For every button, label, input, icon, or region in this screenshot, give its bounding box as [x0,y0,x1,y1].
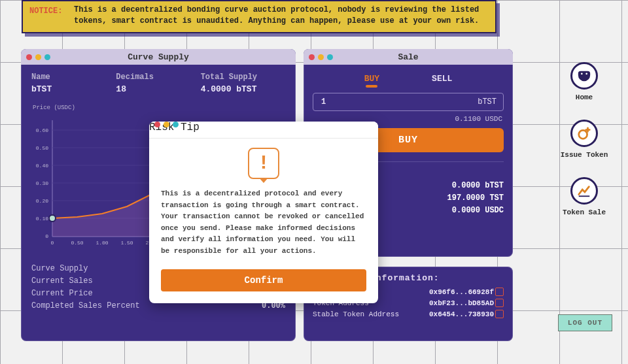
svg-text:1.00: 1.00 [96,240,108,246]
svg-text:0.20: 0.20 [36,198,48,204]
sidebar-item-label: Issue Token [561,151,608,159]
panel-head: Sale [304,49,513,65]
current-price-label: Current Price [31,289,93,298]
sidebar-item-token-sale[interactable]: Token Sale [563,177,606,216]
modal-body: This is a decentralized protocol and eve… [149,179,378,267]
window-controls [309,54,333,60]
notice-text: This is a decentralized bonding curve au… [74,5,489,27]
sidebar: Home Issue Token Token Sale [559,62,610,216]
svg-point-26 [579,130,587,139]
decimals-label: Decimals [116,73,200,82]
token-sale-icon [570,177,598,205]
svg-text:0.30: 0.30 [36,180,48,186]
logout-button[interactable]: LOG OUT [558,314,612,331]
sidebar-item-home[interactable]: Home [570,62,598,101]
svg-point-25 [49,215,56,222]
notice-banner: NOTICE: This is a decentralized bonding … [22,0,497,33]
stable-address-label: Stable Token Address [313,310,399,318]
svg-text:0.40: 0.40 [36,163,48,169]
chart-title: Price (USDC) [33,105,287,111]
home-icon [570,62,598,90]
sidebar-item-label: Token Sale [563,208,606,216]
confirm-button[interactable]: Confirm [161,269,366,291]
amount-input[interactable] [320,97,478,107]
svg-text:0.50: 0.50 [36,145,48,151]
panel-title: Curve Supply [26,52,290,62]
svg-text:0.50: 0.50 [71,240,83,246]
current-sales-label: Current Sales [31,276,93,286]
completed-percent-label: Completed Sales Percent [31,301,140,310]
svg-text:1.50: 1.50 [120,240,133,246]
copy-icon[interactable] [497,289,504,296]
stable-address-value: 0x6454...738930 [429,310,494,318]
amount-suffix: bTST [478,97,497,107]
name-label: Name [31,73,116,82]
risk-tip-modal: Risk Tip ! This is a decentralized proto… [149,122,378,303]
name-value: bTST [31,84,116,94]
svg-text:0: 0 [45,233,48,239]
sale-address-value: 0x96f6...66928f [429,288,494,296]
svg-text:0.10: 0.10 [36,216,48,222]
svg-text:0: 0 [51,240,54,246]
tab-buy[interactable]: BUY [364,74,379,88]
hold-value: 0.0000 USDC [452,206,504,215]
decimals-value: 18 [116,84,200,94]
window-controls [154,122,179,127]
total-value: 4.0000 bTST [201,84,285,94]
notice-label: NOTICE: [29,5,69,27]
window-controls [26,54,50,60]
token-address-value: 0xbF23...bD85AD [429,299,494,307]
svg-text:0.60: 0.60 [36,127,48,133]
curve-supply-label: Curve Supply [31,264,88,273]
alert-icon: ! [248,148,279,179]
amount-row: bTST [313,93,504,111]
hold-value: 197.0000 TST [447,193,504,203]
hold-value: 0.0000 bTST [452,181,504,190]
issue-token-icon [570,120,598,147]
tab-sell[interactable]: SELL [432,74,452,88]
total-label: Total Supply [201,73,285,82]
panel-title: Sale [309,52,508,62]
panel-head: Curve Supply [21,49,296,65]
sidebar-item-issue[interactable]: Issue Token [561,120,608,159]
sidebar-item-label: Home [576,93,593,101]
panel-head: Risk Tip [149,122,378,139]
copy-icon[interactable] [497,311,504,318]
copy-icon[interactable] [497,300,504,307]
